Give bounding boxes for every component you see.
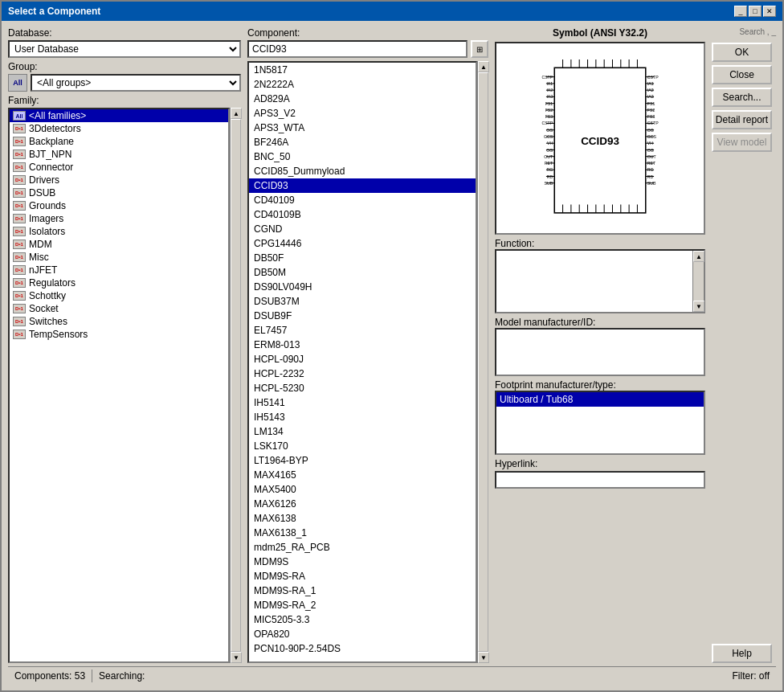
component-list-item[interactable]: CD40109: [249, 193, 476, 207]
family-item[interactable]: D•1Regulators: [10, 276, 228, 289]
component-list-item[interactable]: DSUB9F: [249, 309, 476, 323]
component-list-item[interactable]: LM134: [249, 424, 476, 439]
view-model-button[interactable]: View model: [712, 133, 772, 152]
family-item[interactable]: D•1Backplane: [10, 135, 228, 148]
component-list-item[interactable]: mdm25_RA_PCB: [249, 540, 476, 555]
function-scroll-down[interactable]: ▼: [693, 301, 704, 312]
component-list-item[interactable]: DB50M: [249, 265, 476, 280]
family-item[interactable]: All<All families>: [10, 109, 228, 122]
component-list-item[interactable]: 2N2222A: [249, 77, 476, 92]
component-list-item[interactable]: CCID85_Dummyload: [249, 164, 476, 178]
detail-report-button[interactable]: Detail report: [712, 110, 772, 129]
component-scroll-up[interactable]: ▲: [478, 61, 489, 72]
family-item-label: nJFET: [29, 264, 57, 276]
spacer: [712, 155, 776, 641]
searching-status: Searching:: [99, 670, 145, 682]
family-item[interactable]: D•1Connector: [10, 161, 228, 174]
component-list-item[interactable]: HCPL-2232: [249, 366, 476, 381]
family-item-icon: D•1: [13, 278, 26, 288]
family-item[interactable]: D•1Schottky: [10, 289, 228, 302]
family-scroll-up[interactable]: ▲: [231, 108, 242, 119]
component-list-item[interactable]: CPG14446: [249, 236, 476, 251]
svg-text:CCID93: CCID93: [581, 135, 619, 147]
family-scroll-down[interactable]: ▼: [231, 652, 242, 663]
component-list-item[interactable]: DS90LV049H: [249, 280, 476, 294]
close-button[interactable]: ✕: [763, 6, 776, 17]
component-list-item[interactable]: MDM9S: [249, 555, 476, 569]
search-button[interactable]: Search...: [712, 88, 772, 107]
component-list-item[interactable]: MDM9S-RA_1: [249, 583, 476, 598]
component-list-item[interactable]: IH5141: [249, 395, 476, 410]
family-item[interactable]: D•1TempSensors: [10, 328, 228, 341]
component-list-item[interactable]: MAX6126: [249, 497, 476, 511]
component-scroll-thumb[interactable]: [478, 72, 488, 652]
family-item[interactable]: D•1Isolators: [10, 225, 228, 238]
maximize-button[interactable]: □: [749, 6, 762, 17]
filter-status: Filter: off: [733, 670, 770, 682]
component-list-item[interactable]: APS3_V2: [249, 106, 476, 121]
component-list-item[interactable]: LSK170: [249, 439, 476, 453]
component-list-item[interactable]: BF246A: [249, 135, 476, 149]
component-list-section: 1N58172N2222AAD829AAPS3_V2APS3_WTABF246A…: [247, 61, 488, 663]
family-item[interactable]: D•1MDM: [10, 238, 228, 251]
component-list-item[interactable]: APS3_WTA: [249, 121, 476, 135]
component-list-item[interactable]: MDM9S-RA_2: [249, 598, 476, 612]
database-section: Database: User Database: [8, 27, 241, 58]
component-search-icon-btn[interactable]: ⊞: [471, 40, 488, 58]
component-list-item[interactable]: MAX4165: [249, 468, 476, 482]
component-list-item[interactable]: CGND: [249, 222, 476, 236]
component-list-item[interactable]: CD40109B: [249, 207, 476, 222]
component-list-item[interactable]: MIC5205-3.3: [249, 612, 476, 627]
component-list-item[interactable]: HCPL-090J: [249, 352, 476, 366]
group-label: Group:: [8, 61, 241, 72]
component-list-item[interactable]: ERM8-013: [249, 338, 476, 352]
component-list-item[interactable]: EL7457: [249, 323, 476, 338]
family-scroll-thumb[interactable]: [231, 119, 241, 652]
group-dropdown[interactable]: <All groups>: [31, 74, 241, 92]
family-item-label: Grounds: [29, 200, 66, 211]
family-item[interactable]: D•1Grounds: [10, 199, 228, 212]
ok-button[interactable]: OK: [712, 43, 772, 62]
family-item[interactable]: D•1nJFET: [10, 264, 228, 276]
component-list-item[interactable]: PCN10-90P-2.54DS: [249, 641, 476, 656]
family-item[interactable]: D•1Socket: [10, 302, 228, 315]
component-scroll-down[interactable]: ▼: [478, 652, 489, 663]
family-item[interactable]: D•1Switches: [10, 315, 228, 328]
search-hint: Search , _: [712, 27, 776, 36]
minimize-button[interactable]: _: [734, 6, 747, 17]
family-item[interactable]: D•1BJT_NPN: [10, 148, 228, 161]
component-list-item[interactable]: OPA820: [249, 627, 476, 641]
component-input[interactable]: [247, 40, 468, 58]
component-list-item[interactable]: MAX6138: [249, 511, 476, 526]
component-scrollbar[interactable]: ▲ ▼: [477, 61, 488, 663]
function-scrollbar[interactable]: ▲ ▼: [692, 251, 704, 312]
component-list-item[interactable]: BNC_50: [249, 149, 476, 164]
family-item[interactable]: D•13Ddetectors: [10, 122, 228, 135]
component-list-item[interactable]: HCPL-5230: [249, 381, 476, 395]
component-list-item[interactable]: DSUB37M: [249, 294, 476, 309]
family-item-icon: D•1: [13, 265, 26, 275]
component-list-item[interactable]: MDM9S-RA: [249, 569, 476, 583]
title-bar: Select a Component _ □ ✕: [2, 2, 782, 21]
component-list-item[interactable]: MAX6138_1: [249, 526, 476, 540]
component-list-item[interactable]: AD829A: [249, 92, 476, 106]
component-list-item[interactable]: LT1964-BYP: [249, 453, 476, 468]
family-item[interactable]: D•1Drivers: [10, 174, 228, 186]
function-scroll-up[interactable]: ▲: [693, 251, 704, 262]
family-item[interactable]: D•1DSUB: [10, 186, 228, 199]
database-dropdown[interactable]: User Database: [8, 40, 241, 58]
component-list-item[interactable]: 1N5817: [249, 63, 476, 77]
family-item[interactable]: D•1Imagers: [10, 212, 228, 225]
hyperlink-input[interactable]: [495, 471, 705, 489]
component-list-item[interactable]: CCID93: [249, 178, 476, 193]
family-item-label: DSUB: [29, 187, 55, 199]
family-item-icon: D•1: [13, 227, 26, 236]
close-button-main[interactable]: Close: [712, 65, 772, 84]
component-list-item[interactable]: DB50F: [249, 251, 476, 265]
help-button[interactable]: Help: [712, 644, 772, 663]
family-item[interactable]: D•1Misc: [10, 251, 228, 264]
component-list-item[interactable]: IH5143: [249, 410, 476, 424]
family-scrollbar[interactable]: ▲ ▼: [230, 108, 241, 663]
family-item-icon: D•1: [13, 137, 26, 146]
component-list-item[interactable]: MAX5400: [249, 482, 476, 497]
